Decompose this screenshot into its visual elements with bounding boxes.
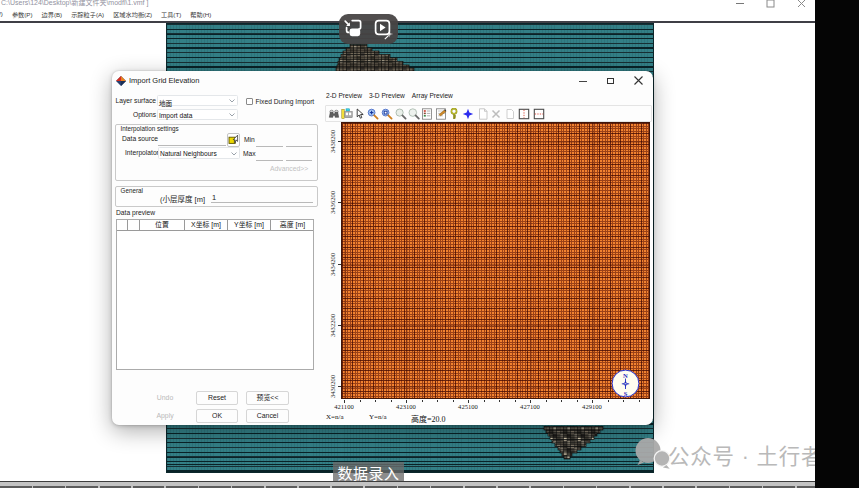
data-source-field[interactable] (158, 136, 226, 146)
x-tick-label: 429100 (577, 403, 607, 410)
page-new-icon[interactable] (477, 108, 489, 120)
table-header-col-2[interactable] (128, 220, 140, 230)
layer-surface-combobox[interactable]: 地面 (157, 95, 238, 107)
row-section-icon[interactable] (533, 108, 545, 120)
options-combobox[interactable]: Import data (157, 109, 238, 121)
apply-button[interactable]: Apply (152, 412, 178, 419)
menu-item-1[interactable]: W) (0, 9, 3, 20)
x-minor-tick (422, 400, 423, 402)
column-section-icon[interactable] (518, 108, 530, 120)
watermark: 公众号 · 土行者 (612, 436, 832, 468)
min-field-1[interactable] (256, 138, 283, 147)
menu-item-7[interactable]: 帮助(H) (190, 9, 211, 20)
y-tick (338, 325, 341, 326)
x-minor-tick (484, 400, 485, 402)
window-maximize-button[interactable] (765, 0, 779, 9)
status-x: X=n/a (326, 413, 344, 421)
layer-thickness-field[interactable] (211, 194, 313, 203)
menu-item-3[interactable]: 边界(B) (42, 9, 63, 20)
table-header-col-5[interactable]: Y坐标 [m] (228, 220, 271, 230)
status-y: Y=n/a (369, 413, 387, 421)
table-header-col-6[interactable]: 高度 [m] (271, 220, 314, 230)
preview-toggle-button[interactable]: 预览<< (246, 391, 289, 405)
x-minor-tick (608, 400, 609, 402)
doc-list-icon[interactable] (421, 108, 433, 120)
import-view-icon[interactable] (341, 108, 353, 120)
advanced-link[interactable]: Advanced>> (270, 165, 318, 172)
fixed-during-import-checkbox[interactable] (246, 98, 253, 105)
table-header-col-3[interactable]: 位置 (140, 220, 185, 230)
x-minor-tick (561, 400, 562, 402)
dialog-minimize-button[interactable] (579, 81, 587, 82)
binoculars-icon[interactable] (328, 108, 340, 120)
ok-button[interactable]: OK (196, 409, 238, 423)
x-minor-tick (546, 400, 547, 402)
menu-bar: W)参数(P)边界(B)示踪粒子(A)区域水均衡(Z)工具(T)帮助(H) (0, 9, 211, 20)
x-minor-tick (623, 400, 624, 402)
data-source-browse-button[interactable] (227, 133, 240, 147)
y-tick (338, 202, 341, 203)
max-field-2[interactable] (286, 152, 312, 161)
menu-item-2[interactable]: 参数(P) (12, 9, 33, 20)
table-header-col-1[interactable] (117, 220, 128, 230)
tab-2-d-preview[interactable]: 2-D Preview (326, 92, 362, 99)
fixed-during-import-label: Fixed During Import (256, 98, 315, 105)
dialog-maximize-button[interactable] (607, 78, 614, 85)
data-preview-table[interactable]: 位置X坐标 [m]Y坐标 [m]高度 [m] (116, 219, 314, 370)
reset-button[interactable]: Reset (196, 391, 238, 405)
x-minor-tick (499, 400, 500, 402)
menu-item-6[interactable]: 工具(T) (161, 9, 181, 20)
interpolator-label: Interpolator (125, 149, 159, 156)
star-icon[interactable] (462, 108, 474, 120)
window-controls (734, 0, 810, 9)
x-tick-label: 427100 (515, 403, 545, 410)
interpolator-combobox[interactable]: Natural Neighbours (158, 147, 240, 159)
undo-button[interactable]: Undo (152, 394, 178, 401)
watermark-text: 公众号 · 土行者 (668, 439, 823, 470)
cursor-icon[interactable] (354, 108, 366, 120)
data-preview-label: Data preview (116, 209, 155, 216)
chevron-down-icon (229, 98, 234, 103)
status-elevation: 高度=20.0 (411, 413, 446, 424)
menu-item-5[interactable]: 区域水均衡(Z) (113, 9, 152, 20)
window-minimize-button[interactable] (734, 0, 748, 9)
x-tick-label: 423100 (391, 403, 421, 410)
picture-in-picture-icon[interactable] (342, 18, 364, 40)
min-field-2[interactable] (286, 138, 312, 147)
y-tick-label: 3438200 (329, 129, 336, 153)
play-preview-icon[interactable] (373, 18, 395, 40)
min-label: Min (244, 136, 255, 143)
import-grid-elevation-dialog: Import Grid Elevation Layer surface 地面 F… (112, 71, 653, 425)
delete-x-icon[interactable] (490, 108, 502, 120)
x-minor-tick (577, 400, 578, 402)
letterbox-bar (815, 0, 859, 488)
preview-toolbar (325, 105, 652, 122)
page-small-icon[interactable] (504, 108, 516, 120)
chevron-down-icon (229, 112, 234, 117)
tab-array-preview[interactable]: Array Preview (412, 92, 453, 99)
x-minor-tick (437, 400, 438, 402)
zoom-out-icon[interactable] (395, 108, 407, 120)
zoom-full-icon[interactable] (408, 108, 420, 120)
dialog-app-icon (116, 76, 126, 86)
window-close-button[interactable] (796, 0, 810, 9)
y-tick-label: 3430200 (329, 374, 336, 398)
tab-3-d-preview[interactable]: 3-D Preview (369, 92, 405, 99)
table-header-col-4[interactable]: X坐标 [m] (185, 220, 228, 230)
key-icon[interactable] (448, 108, 460, 120)
max-field-1[interactable] (256, 152, 283, 161)
grid-2d-preview[interactable] (341, 122, 650, 399)
doc-edit-icon[interactable] (435, 108, 447, 120)
zoom-in-icon[interactable] (367, 108, 379, 120)
x-tick-label: 425100 (453, 403, 483, 410)
data-source-label: Data source (122, 135, 158, 142)
layer-surface-label: Layer surface (112, 97, 156, 104)
menu-item-4[interactable]: 示踪粒子(A) (71, 9, 104, 20)
max-label: Max (243, 150, 256, 157)
dialog-close-button[interactable] (634, 76, 643, 85)
y-tick (338, 386, 341, 387)
zoom-window-icon[interactable] (381, 108, 393, 120)
cancel-button[interactable]: Cancel (246, 409, 289, 423)
compass-icon: N S (611, 369, 640, 398)
dialog-title: Import Grid Elevation (129, 76, 199, 85)
